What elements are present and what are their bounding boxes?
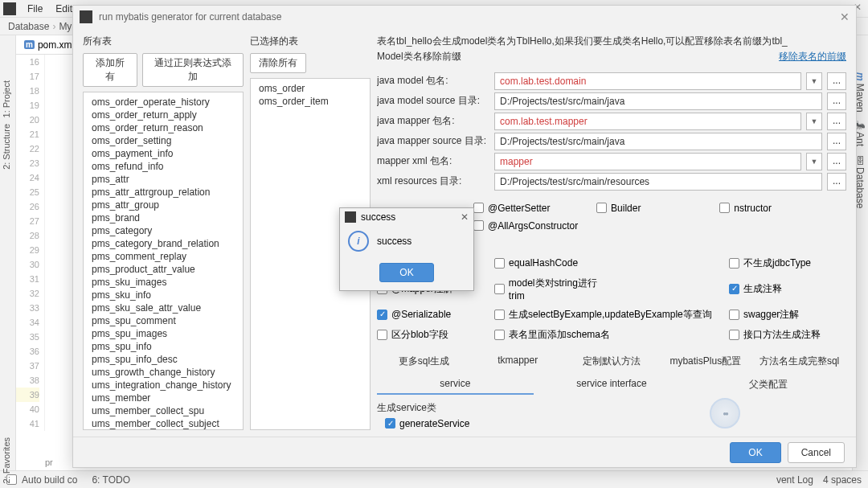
config-link[interactable]: tkmapper [471, 351, 565, 371]
table-item[interactable]: ums_integration_change_history [84, 379, 243, 392]
table-item[interactable]: ums_growth_change_history [84, 366, 243, 379]
checkbox[interactable] [494, 284, 505, 294]
dialog-close-icon[interactable]: ✕ [840, 10, 850, 23]
check-item: Builder [596, 201, 719, 215]
selected-table-item[interactable]: oms_order_item [251, 95, 370, 108]
dialog-logo-icon [80, 10, 92, 23]
clear-all-button[interactable]: 清除所有 [250, 53, 306, 73]
table-item[interactable]: pms_product_attr_value [84, 263, 243, 276]
table-item[interactable]: oms_order_return_apply [84, 109, 243, 121]
table-item[interactable]: pms_attr_attrgroup_relation [84, 186, 243, 199]
success-close-icon[interactable]: ✕ [461, 211, 469, 223]
check-label: @GetterSetter [488, 203, 551, 214]
form-row: java mapper source 目录:... [377, 133, 846, 150]
chevron-down-icon[interactable]: ▼ [806, 113, 822, 130]
form-input[interactable] [494, 92, 822, 110]
form-label: mapper xml 包名: [377, 154, 489, 168]
config-tab[interactable]: service interface [534, 375, 690, 395]
table-item[interactable]: oms_order_return_reason [84, 121, 243, 134]
form-input[interactable] [494, 173, 822, 191]
form-label: java mapper 包名: [377, 114, 489, 128]
dialog-titlebar: run mybatis generator for current databa… [73, 6, 856, 28]
browse-button[interactable]: ... [827, 72, 846, 90]
success-ok-button[interactable]: OK [379, 263, 433, 282]
check-item: 生成注释 [729, 275, 846, 303]
check-item: model类对string进行trim [494, 275, 612, 303]
form-label: java mapper source 目录: [377, 134, 489, 148]
check-item: @Serializable [377, 306, 494, 323]
desc-line1: 表名tbl_hello会生成model类名为TblHello,如果我们要生成类名… [377, 35, 846, 48]
service-section-title: 生成service类 [377, 401, 846, 415]
form-input[interactable] [494, 133, 822, 150]
all-tables-panel: 所有表 添加所有 通过正则表达式添加 oms_order_operate_his… [83, 35, 244, 430]
table-item[interactable]: pms_attr [84, 173, 243, 186]
check-label: 生成selectByExample,updateByExample等查询 [509, 308, 712, 322]
checkbox[interactable] [473, 203, 484, 213]
checkbox[interactable] [729, 258, 739, 269]
table-item[interactable]: ums_member [84, 392, 243, 404]
table-item[interactable]: pms_spu_info_desc [84, 353, 243, 366]
browse-button[interactable]: ... [827, 153, 846, 170]
checkbox[interactable] [719, 203, 730, 213]
success-dialog: success ✕ i success OK [339, 207, 474, 291]
table-item[interactable]: pms_spu_images [84, 327, 243, 340]
check-item: @AllArgsConstructor [473, 219, 596, 233]
browse-button[interactable]: ... [827, 173, 846, 191]
selected-table-item[interactable]: oms_order [251, 82, 370, 95]
table-item[interactable]: oms_refund_info [84, 160, 243, 173]
form-input[interactable] [494, 72, 801, 90]
table-item[interactable]: pms_comment_replay [84, 250, 243, 263]
generate-service-checkbox[interactable] [385, 418, 395, 429]
form-input[interactable] [494, 113, 801, 130]
table-item[interactable]: pms_brand [84, 211, 243, 224]
table-item[interactable]: oms_payment_info [84, 147, 243, 160]
dialog-cancel-button[interactable]: Cancel [788, 442, 845, 463]
config-link[interactable]: mybatisPlus配置 [658, 351, 752, 371]
table-item[interactable]: pms_sku_sale_attr_value [84, 301, 243, 314]
chevron-down-icon[interactable]: ▼ [806, 72, 822, 90]
config-link[interactable]: 定制默认方法 [565, 351, 659, 371]
form-input[interactable] [494, 153, 801, 170]
checkbox[interactable] [729, 330, 739, 340]
checkbox[interactable] [377, 310, 387, 320]
table-item[interactable]: oms_order_operate_history [84, 96, 243, 109]
remove-prefix-link[interactable]: 移除表名的前缀 [779, 50, 846, 65]
table-item[interactable]: pms_attr_group [84, 199, 243, 211]
checkbox[interactable] [729, 310, 739, 320]
table-item[interactable]: oms_order_setting [84, 134, 243, 147]
browse-button[interactable]: ... [827, 133, 846, 150]
table-item[interactable]: pms_sku_info [84, 289, 243, 301]
checkbox[interactable] [494, 258, 505, 269]
checkbox[interactable] [596, 203, 607, 213]
all-tables-list[interactable]: oms_order_operate_historyoms_order_retur… [83, 92, 244, 430]
check-label: 区分blob字段 [391, 328, 448, 342]
browse-button[interactable]: ... [827, 113, 846, 130]
config-link[interactable]: 方法名生成完整sql [752, 351, 846, 371]
checkbox[interactable] [473, 220, 484, 231]
check-label: nstructor [734, 203, 772, 214]
generate-service-label: generateService [399, 418, 469, 429]
form-label: java model source 目录: [377, 94, 489, 108]
table-item[interactable]: ums_member_collect_subject [84, 417, 243, 430]
table-item[interactable]: ums_member_collect_spu [84, 404, 243, 417]
checkbox[interactable] [729, 284, 739, 294]
add-all-button[interactable]: 添加所有 [83, 53, 137, 87]
config-tab[interactable]: 父类配置 [690, 375, 846, 395]
chevron-down-icon[interactable]: ▼ [806, 153, 822, 170]
browse-button[interactable]: ... [827, 92, 846, 110]
checkbox[interactable] [377, 330, 387, 340]
table-item[interactable]: pms_category_brand_relation [84, 237, 243, 250]
dialog-ok-button[interactable]: OK [730, 442, 780, 463]
config-link[interactable]: 更多sql生成 [377, 351, 471, 371]
checkbox[interactable] [494, 310, 505, 320]
add-regex-button[interactable]: 通过正则表达式添加 [142, 53, 244, 87]
table-item[interactable]: pms_category [84, 224, 243, 237]
check-label: @Serializable [391, 309, 451, 320]
checkbox[interactable] [494, 330, 505, 340]
table-item[interactable]: pms_spu_comment [84, 314, 243, 327]
check-item: equalHashCode [494, 255, 612, 272]
table-item[interactable]: pms_spu_info [84, 340, 243, 353]
table-item[interactable]: pms_sku_images [84, 276, 243, 289]
desc-line2: Model类名移除前缀 [377, 50, 461, 64]
config-tab[interactable]: service [377, 375, 534, 395]
